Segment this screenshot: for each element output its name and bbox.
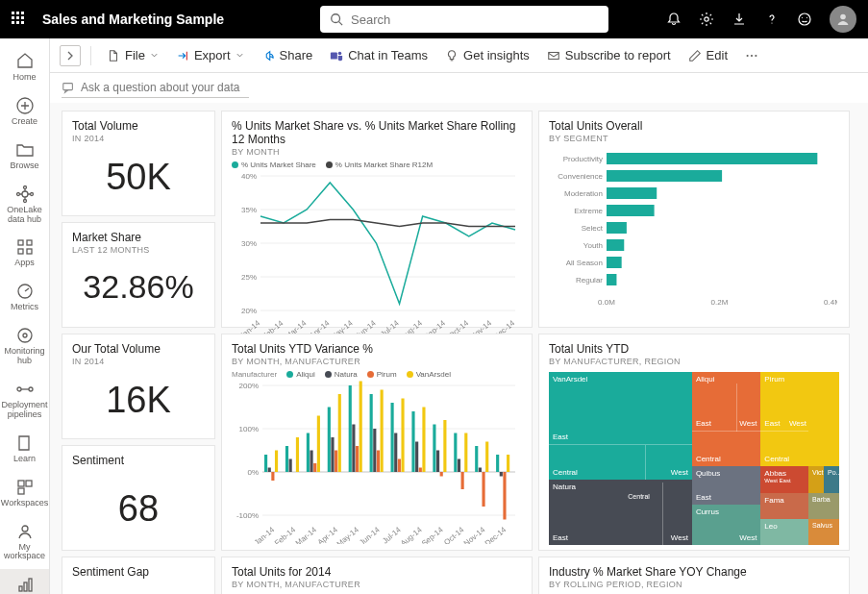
tile-total-units-2014[interactable]: Total Units for 2014 BY MONTH, MANUFACTU… [221,557,533,594]
tile-title: Market Share [72,231,205,244]
get-insights-button[interactable]: Get insights [439,44,535,66]
chat-label: Chat in Teams [348,48,428,62]
svg-rect-30 [331,52,337,59]
more-icon [745,49,758,62]
svg-text:Apr-14: Apr-14 [308,318,332,334]
svg-point-3 [771,22,772,23]
feedback-icon[interactable] [797,12,812,27]
export-menu[interactable]: Export [170,44,250,66]
my-workspace-icon [15,522,35,541]
svg-rect-112 [370,394,373,472]
nav-label: Browse [10,161,38,171]
subscribe-button[interactable]: Subscribe to report [541,44,677,66]
svg-rect-99 [313,463,316,472]
edit-button[interactable]: Edit [682,44,733,66]
nav-item-sales-and-marketing-[interactable]: Sales and Marketing... [0,569,50,594]
svg-rect-62 [607,170,722,182]
svg-rect-142 [496,455,499,472]
tile-title: Total Units for 2014 [232,565,522,579]
qna-input[interactable]: Ask a question about your data [62,81,249,98]
search-box[interactable] [320,6,608,33]
more-options-button[interactable] [739,45,764,66]
nav-item-apps[interactable]: Apps [0,232,50,276]
svg-text:Mar-14: Mar-14 [294,525,319,544]
treemap-chart: VanArsdelEastCentralWestNaturaEastCentra… [549,372,839,545]
svg-text:Jul-14: Jul-14 [379,318,401,334]
home-icon [15,52,35,71]
svg-text:Dec-14: Dec-14 [492,318,517,334]
settings-icon[interactable] [699,12,714,27]
nav-item-onelake-data-hub[interactable]: OneLake data hub [0,179,50,233]
user-avatar[interactable] [830,6,856,33]
nav-item-monitoring-hub[interactable]: Monitoring hub [0,320,50,374]
svg-rect-143 [500,472,503,477]
help-icon[interactable] [764,12,780,27]
left-nav: HomeCreateBrowseOneLake data hubAppsMetr… [0,38,50,594]
nav-item-metrics[interactable]: Metrics [0,276,50,320]
tile-ytd-variance[interactable]: Total Units YTD Variance % BY MONTH, MAN… [221,334,533,551]
nav-item-deployment-pipelines[interactable]: Deployment pipelines [0,374,50,428]
chat-teams-button[interactable]: Chat in Teams [324,44,434,66]
svg-rect-32 [549,52,559,59]
svg-point-12 [23,199,26,202]
app-launcher-icon[interactable] [12,12,27,27]
svg-rect-103 [331,437,334,472]
search-input[interactable] [351,12,599,27]
share-label: Share [280,48,313,62]
book-icon [15,433,35,453]
legend-item: Pirum [377,370,397,379]
file-menu[interactable]: File [101,44,164,66]
tile-subtitle: BY MANUFACTURER, REGION [549,357,839,366]
tile-sentiment-gap[interactable]: Sentiment Gap [62,557,215,594]
svg-rect-135 [464,433,467,473]
svg-rect-139 [482,472,484,507]
tile-our-total-volume[interactable]: Our Total Volume IN 2014 16K [62,334,215,439]
tile-market-share-line[interactable]: % Units Market Share vs. % Units Market … [221,111,533,328]
legend-item: Natura [335,370,358,379]
svg-point-33 [747,54,749,56]
svg-text:40%: 40% [241,172,257,181]
nav-item-workspaces[interactable]: Workspaces [0,472,50,516]
teams-icon [330,49,343,62]
svg-text:Extreme: Extreme [574,207,603,215]
download-icon[interactable] [732,12,747,27]
tile-yoy-change[interactable]: Industry % Market Share YOY Change BY RO… [538,557,850,594]
svg-point-22 [29,387,33,391]
share-icon [261,49,275,62]
svg-rect-66 [607,205,655,216]
chart-legend: Manufacturer Aliqui Natura Pirum VanArsd… [232,370,522,379]
tile-total-units-segment[interactable]: Total Units Overall BY SEGMENT Productiv… [538,111,850,328]
svg-rect-89 [271,472,274,481]
pencil-icon [688,49,702,62]
svg-point-34 [751,54,753,56]
tile-treemap[interactable]: Total Units YTD BY MANUFACTURER, REGION … [538,334,850,551]
notifications-icon[interactable] [666,12,682,27]
chevron-down-icon [236,51,244,60]
bulb-icon [445,49,459,62]
tile-title: Sentiment Gap [72,565,205,579]
svg-rect-28 [24,582,27,591]
share-button[interactable]: Share [256,44,319,66]
svg-point-20 [23,334,27,337]
nav-item-home[interactable]: Home [0,46,50,90]
nav-item-create[interactable]: Create [0,90,50,135]
svg-rect-108 [352,425,355,473]
svg-rect-132 [454,433,457,473]
tile-sentiment[interactable]: Sentiment 68 [62,445,215,551]
svg-point-10 [23,186,26,188]
svg-rect-122 [411,411,414,472]
nav-label: Learn [13,455,36,464]
folder-icon [15,140,35,160]
tile-title: Total Units YTD Variance % [232,342,522,356]
nav-item-browse[interactable]: Browse [0,135,50,179]
expand-pane-button[interactable] [60,45,81,66]
tile-market-share[interactable]: Market Share LAST 12 MONTHS 32.86% [62,222,215,328]
nav-item-learn[interactable]: Learn [0,428,50,472]
tile-subtitle: BY ROLLING PERIOD, REGION [549,580,839,589]
tile-title: Total Units Overall [549,119,839,133]
nav-item-my-workspace[interactable]: My workspace [0,516,50,570]
apps-icon [15,237,35,257]
tile-total-volume[interactable]: Total Volume IN 2014 50K [62,111,215,216]
qna-icon [62,81,75,94]
subscribe-label: Subscribe to report [565,48,671,62]
